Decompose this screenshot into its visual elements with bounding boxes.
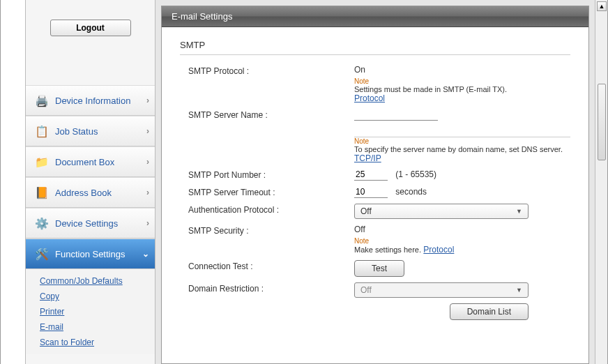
smtp-server-note: To specify the server name by domain nam… — [354, 145, 570, 153]
note-label: Note — [354, 77, 570, 85]
smtp-server-name-input[interactable] — [354, 109, 438, 121]
nav-function-settings[interactable]: 🛠️ Function Settings ⌄ — [26, 238, 155, 269]
smtp-server-name-label: SMTP Server Name : — [180, 109, 354, 120]
domain-list-button[interactable]: Domain List — [450, 303, 529, 320]
subnav-printer[interactable]: Printer — [40, 304, 155, 319]
subnav: Common/Job Defaults Copy Printer E-mail … — [26, 269, 155, 354]
note-label: Note — [354, 237, 570, 245]
auth-protocol-value: Off — [360, 206, 372, 216]
tcpip-link[interactable]: TCP/IP — [354, 153, 381, 163]
vertical-scrollbar[interactable]: ▲ — [595, 0, 607, 364]
settings-panel: E-mail Settings SMTP SMTP Protocol : On … — [161, 6, 589, 364]
domain-restriction-label: Domain Restriction : — [180, 282, 354, 294]
address-book-icon: 📙 — [33, 183, 51, 202]
smtp-security-note: Make settings here. — [354, 245, 421, 254]
connection-test-label: Connection Test : — [180, 260, 354, 271]
subnav-email[interactable]: E-mail — [40, 319, 155, 335]
nav-label: Device Information — [55, 96, 146, 106]
smtp-port-label: SMTP Port Number : — [180, 169, 354, 180]
smtp-timeout-input[interactable] — [354, 186, 388, 198]
smtp-protocol-label: SMTP Protocol : — [180, 65, 354, 76]
panel-title: E-mail Settings — [162, 6, 588, 27]
logout-button[interactable]: Logout — [50, 20, 131, 36]
domain-restriction-value: Off — [360, 285, 372, 295]
nav-job-status[interactable]: 📋 Job Status › — [26, 116, 155, 146]
domain-restriction-select[interactable]: Off ▼ — [354, 282, 529, 298]
nav-label: Document Box — [55, 157, 146, 167]
subnav-common-defaults[interactable]: Common/Job Defaults — [40, 273, 155, 289]
nav-document-box[interactable]: 📁 Document Box › — [26, 146, 155, 177]
chevron-right-icon: › — [146, 96, 149, 105]
security-protocol-link[interactable]: Protocol — [423, 245, 454, 255]
nav-device-information[interactable]: 🖨️ Device Information › — [26, 85, 155, 116]
content-area: E-mail Settings SMTP SMTP Protocol : On … — [155, 0, 595, 364]
chevron-right-icon: › — [146, 157, 149, 167]
job-status-icon: 📋 — [33, 122, 51, 140]
chevron-down-icon: ▼ — [516, 208, 522, 215]
subnav-scan-to-folder[interactable]: Scan to Folder — [40, 335, 155, 350]
nav-address-book[interactable]: 📙 Address Book › — [26, 177, 155, 208]
auth-protocol-select[interactable]: Off ▼ — [354, 204, 529, 219]
auth-protocol-label: Authentication Protocol : — [180, 204, 354, 215]
chevron-right-icon: › — [146, 218, 149, 228]
note-label: Note — [354, 137, 570, 145]
chevron-down-icon: ⌄ — [142, 249, 149, 259]
sidebar: Logout 🖨️ Device Information › 📋 Job Sta… — [26, 0, 155, 364]
scroll-thumb[interactable] — [598, 84, 606, 160]
function-settings-icon: 🛠️ — [33, 245, 51, 263]
smtp-security-label: SMTP Security : — [180, 225, 354, 236]
smtp-port-input[interactable] — [354, 169, 388, 181]
device-settings-icon: ⚙️ — [33, 214, 51, 232]
smtp-protocol-note: Settings must be made in SMTP (E-mail TX… — [354, 85, 570, 93]
chevron-down-icon: ▼ — [516, 287, 522, 294]
subnav-copy[interactable]: Copy — [40, 289, 155, 304]
nav-device-settings[interactable]: ⚙️ Device Settings › — [26, 208, 155, 238]
scroll-up-arrow[interactable]: ▲ — [597, 1, 607, 11]
nav-label: Address Book — [55, 188, 146, 198]
smtp-security-value: Off — [354, 225, 570, 234]
left-margin — [1, 0, 26, 364]
smtp-timeout-label: SMTP Server Timeout : — [180, 186, 354, 197]
document-box-icon: 📁 — [33, 153, 51, 171]
smtp-protocol-value: On — [354, 65, 570, 75]
chevron-right-icon: › — [146, 126, 149, 136]
chevron-right-icon: › — [146, 188, 149, 197]
smtp-port-range: (1 - 65535) — [395, 169, 436, 179]
protocol-link[interactable]: Protocol — [354, 93, 385, 103]
nav-label: Device Settings — [55, 218, 146, 229]
device-info-icon: 🖨️ — [33, 91, 51, 109]
test-button[interactable]: Test — [354, 260, 404, 277]
nav-label: Job Status — [55, 126, 146, 137]
nav-label: Function Settings — [55, 249, 142, 259]
section-title: SMTP — [180, 40, 570, 55]
smtp-timeout-unit: seconds — [395, 187, 427, 197]
